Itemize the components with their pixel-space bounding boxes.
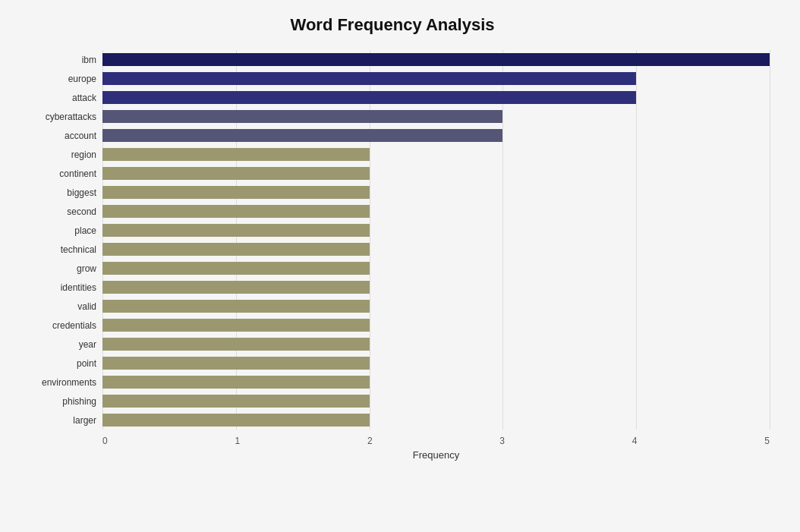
- bar-label: identities: [15, 282, 102, 293]
- bar-label: grow: [15, 263, 102, 274]
- chart-container: Word Frequency Analysis ibmeuropeattackc…: [0, 0, 800, 532]
- bar-row: region: [15, 145, 770, 164]
- bar-row: valid: [15, 297, 770, 316]
- bar: [102, 148, 370, 162]
- x-axis: 012345: [15, 436, 770, 446]
- bar-label: phishing: [15, 396, 102, 407]
- bar-row: grow: [15, 259, 770, 278]
- bar: [102, 167, 370, 181]
- bar-label: credentials: [15, 320, 102, 331]
- bar-row: place: [15, 221, 770, 240]
- bar-track: [102, 376, 770, 389]
- bar: [102, 110, 502, 124]
- chart-area: ibmeuropeattackcyberattacksaccountregion…: [15, 50, 770, 461]
- chart-title: Word Frequency Analysis: [15, 15, 770, 35]
- bar-track: [102, 338, 770, 351]
- bar-label: year: [15, 339, 102, 350]
- bar-label: region: [15, 150, 102, 160]
- bar: [102, 262, 370, 275]
- bar-track: [102, 110, 770, 124]
- bar-row: cyberattacks: [15, 107, 770, 126]
- bar-track: [102, 319, 770, 332]
- bar-row: europe: [15, 69, 770, 88]
- bar-track: [102, 129, 770, 143]
- x-tick: 1: [235, 436, 240, 446]
- bar-label: point: [15, 358, 102, 369]
- bar-label: larger: [15, 415, 102, 426]
- x-tick: 2: [367, 436, 373, 446]
- bar-row: technical: [15, 240, 770, 259]
- bar-track: [102, 72, 770, 86]
- bar-track: [102, 281, 770, 294]
- bar-row: credentials: [15, 316, 770, 335]
- bar-label: ibm: [15, 55, 102, 65]
- bar-track: [102, 262, 770, 275]
- x-tick: 0: [102, 436, 108, 446]
- bar-track: [102, 205, 770, 219]
- bar: [102, 338, 370, 351]
- bar: [102, 376, 370, 389]
- bar: [102, 243, 370, 257]
- bar-row: biggest: [15, 183, 770, 202]
- bar-row: continent: [15, 164, 770, 183]
- bar: [102, 395, 370, 408]
- bar-row: ibm: [15, 50, 770, 69]
- bar: [102, 72, 636, 86]
- bar-track: [102, 243, 770, 257]
- bar: [102, 357, 370, 370]
- bar-row: larger: [15, 411, 770, 430]
- bar-label: account: [15, 131, 102, 141]
- x-tick: 5: [764, 436, 770, 446]
- bar-label: attack: [15, 93, 102, 103]
- bar-row: account: [15, 126, 770, 145]
- bar-track: [102, 53, 770, 67]
- bar: [102, 414, 370, 427]
- bar-label: environments: [15, 377, 102, 388]
- bar-label: valid: [15, 301, 102, 312]
- bar: [102, 205, 370, 219]
- bar: [102, 319, 370, 332]
- bar: [102, 300, 370, 313]
- bar-label: second: [15, 206, 102, 217]
- bar-label: continent: [15, 168, 102, 179]
- bar-track: [102, 91, 770, 105]
- bar-track: [102, 357, 770, 370]
- bar-row: point: [15, 354, 770, 373]
- bar: [102, 91, 636, 105]
- bar: [102, 224, 370, 238]
- bar-row: environments: [15, 373, 770, 392]
- bar-label: cyberattacks: [15, 112, 102, 122]
- bars-section: ibmeuropeattackcyberattacksaccountregion…: [15, 50, 770, 430]
- bar: [102, 186, 370, 200]
- bar: [102, 53, 770, 67]
- bar-track: [102, 148, 770, 162]
- bar-track: [102, 167, 770, 181]
- bar-label: biggest: [15, 187, 102, 198]
- bar-track: [102, 300, 770, 313]
- bar-label: technical: [15, 244, 102, 255]
- bar-row: second: [15, 202, 770, 221]
- bar: [102, 281, 370, 294]
- x-axis-label: Frequency: [15, 449, 770, 461]
- bar-track: [102, 414, 770, 427]
- bar-label: place: [15, 225, 102, 236]
- x-tick: 3: [499, 436, 505, 446]
- bar-track: [102, 395, 770, 408]
- bar-row: phishing: [15, 392, 770, 411]
- bar-track: [102, 186, 770, 200]
- bar-track: [102, 224, 770, 238]
- bar-row: identities: [15, 278, 770, 297]
- bar-row: year: [15, 335, 770, 354]
- bar-label: europe: [15, 74, 102, 84]
- bar: [102, 129, 502, 143]
- bar-row: attack: [15, 88, 770, 107]
- x-axis-ticks: 012345: [102, 436, 770, 446]
- x-tick: 4: [632, 436, 638, 446]
